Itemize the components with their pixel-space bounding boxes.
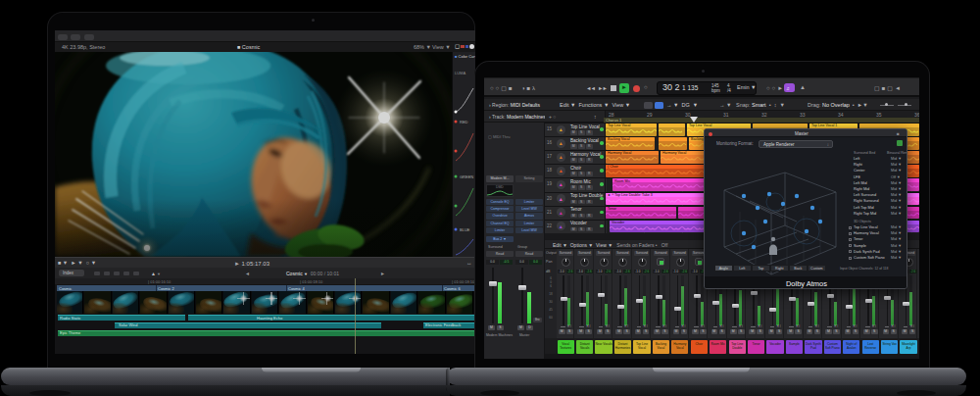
svg-text:LUMA: LUMA <box>455 71 466 75</box>
svg-text:BLUE: BLUE <box>460 227 470 232</box>
svg-text:GREEN: GREEN <box>460 174 473 179</box>
svg-text:RED: RED <box>460 120 468 124</box>
